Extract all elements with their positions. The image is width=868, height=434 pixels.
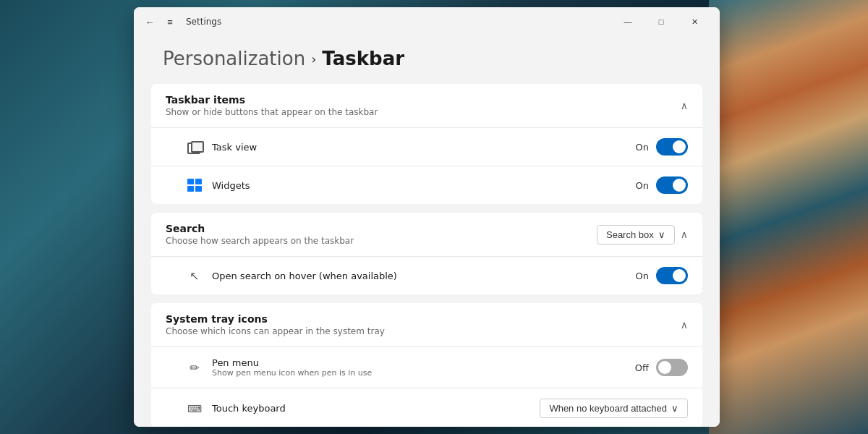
system-tray-title: System tray icons (166, 313, 385, 325)
system-tray-header-left: System tray icons Choose which icons can… (166, 313, 385, 336)
search-hover-toggle-thumb (673, 269, 686, 282)
close-button[interactable]: ✕ (678, 10, 711, 33)
keyboard-icon: ⌨ (186, 400, 203, 417)
pen-menu-sublabel: Show pen menu icon when pen is in use (212, 368, 635, 378)
pen-icon: ✏ (186, 359, 203, 376)
search-dropdown-value: Search box (606, 229, 654, 240)
touch-keyboard-label: Touch keyboard (212, 403, 540, 414)
search-hover-status: On (636, 271, 649, 281)
touch-keyboard-dropdown-value: When no keyboard attached (549, 403, 667, 414)
pen-menu-value: Off (635, 359, 688, 376)
task-view-row: Task view On (151, 127, 702, 166)
pen-menu-label-group: Pen menu Show pen menu icon when pen is … (212, 357, 635, 378)
touch-keyboard-dropdown-arrow: ∨ (671, 403, 678, 414)
task-view-label: Task view (212, 142, 636, 153)
touch-keyboard-dropdown[interactable]: When no keyboard attached ∨ (540, 399, 688, 418)
search-hover-row: ↖ Open search on hover (when available) … (151, 256, 702, 294)
widgets-label: Widgets (212, 180, 636, 191)
system-tray-header[interactable]: System tray icons Choose which icons can… (151, 303, 702, 346)
page-header: Personalization › Taskbar (134, 36, 720, 84)
system-tray-header-right: ∧ (681, 319, 688, 331)
widgets-toggle-thumb (673, 179, 686, 192)
pen-menu-status: Off (635, 362, 649, 373)
touch-keyboard-value: When no keyboard attached ∨ (540, 399, 688, 418)
taskbar-items-description: Show or hide buttons that appear on the … (166, 107, 378, 117)
titlebar-controls: — □ ✕ (611, 10, 711, 33)
widgets-status: On (636, 180, 649, 191)
system-tray-section: System tray icons Choose which icons can… (151, 303, 702, 427)
taskbar-items-header[interactable]: Taskbar items Show or hide buttons that … (151, 84, 702, 127)
taskbar-items-header-right: ∧ (681, 100, 688, 111)
taskview-graphic (187, 141, 202, 153)
taskbar-items-header-left: Taskbar items Show or hide buttons that … (166, 94, 378, 117)
widgets-toggle[interactable] (656, 176, 688, 194)
search-section-chevron-icon: ∧ (681, 229, 688, 240)
search-description: Choose how search appears on the taskbar (166, 236, 354, 246)
search-dropdown-arrow: ∨ (658, 229, 665, 240)
widgets-icon (186, 176, 203, 194)
search-dropdown[interactable]: Search box ∨ (597, 225, 675, 244)
system-tray-chevron-icon: ∧ (681, 319, 688, 331)
search-hover-label: Open search on hover (when available) (212, 271, 636, 281)
titlebar: ← ≡ Settings — □ ✕ (134, 7, 720, 36)
search-header-left: Search Choose how search appears on the … (166, 223, 354, 246)
search-title: Search (166, 223, 354, 234)
widget-cell-3 (187, 186, 194, 192)
titlebar-left: ← ≡ Settings (142, 14, 611, 29)
search-hover-icon: ↖ (186, 267, 203, 284)
settings-window: ← ≡ Settings — □ ✕ Personalization › Tas… (134, 7, 720, 427)
taskview-icon (186, 138, 203, 156)
pen-menu-toggle[interactable] (656, 359, 688, 376)
widgets-value: On (636, 176, 688, 194)
breadcrumb-chevron: › (311, 51, 316, 67)
search-section-header: Search Choose how search appears on the … (151, 213, 702, 256)
gap-1 (134, 207, 720, 213)
breadcrumb-parent: Personalization (163, 48, 305, 69)
touch-keyboard-row: ⌨ Touch keyboard When no keyboard attach… (151, 388, 702, 427)
search-section: Search Choose how search appears on the … (151, 213, 702, 294)
pen-menu-label: Pen menu (212, 357, 635, 368)
widgets-graphic (187, 179, 202, 192)
titlebar-title: Settings (186, 17, 221, 27)
widget-cell-4 (195, 186, 202, 192)
content-area: Personalization › Taskbar Taskbar items … (134, 36, 720, 427)
taskbar-items-section: Taskbar items Show or hide buttons that … (151, 84, 702, 204)
pen-graphic: ✏ (190, 361, 199, 375)
search-header-right: Search box ∨ ∧ (597, 225, 688, 244)
task-view-toggle[interactable] (656, 138, 688, 156)
search-hover-toggle[interactable] (656, 267, 688, 284)
breadcrumb-current: Taskbar (322, 48, 404, 69)
task-view-toggle-thumb (673, 140, 686, 153)
widgets-row: Widgets On (151, 166, 702, 204)
menu-button[interactable]: ≡ (163, 14, 177, 29)
gap-2 (134, 297, 720, 303)
pen-menu-row: ✏ Pen menu Show pen menu icon when pen i… (151, 346, 702, 388)
keyboard-graphic: ⌨ (187, 403, 202, 414)
back-button[interactable]: ← (142, 14, 157, 29)
search-hover-value: On (636, 267, 688, 284)
taskbar-items-title: Taskbar items (166, 94, 378, 106)
system-tray-description: Choose which icons can appear in the sys… (166, 326, 385, 336)
cursor-graphic: ↖ (190, 269, 199, 283)
breadcrumb: Personalization › Taskbar (163, 48, 691, 69)
widget-cell-2 (195, 179, 202, 184)
widget-cell-1 (187, 179, 194, 184)
taskbar-items-chevron-icon: ∧ (681, 100, 688, 111)
maximize-button[interactable]: □ (644, 10, 678, 33)
task-view-status: On (636, 142, 649, 153)
task-view-value: On (636, 138, 688, 156)
pen-menu-toggle-thumb (658, 361, 671, 374)
minimize-button[interactable]: — (611, 10, 644, 33)
